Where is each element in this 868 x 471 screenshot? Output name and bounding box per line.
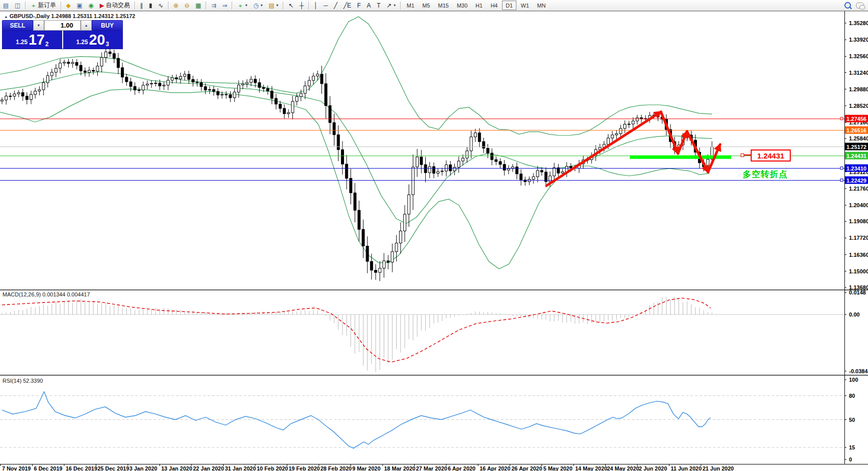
new-chart-icon: ▤ [3, 3, 9, 9]
svg-text:50: 50 [849, 417, 855, 423]
toolbar-separator [25, 2, 26, 10]
auto-scroll-button[interactable]: ⇉ [208, 0, 219, 11]
new-order-button[interactable]: ＋新订单 [28, 0, 59, 11]
candlestick-type-button[interactable]: ▮ [146, 0, 155, 11]
main-toolbar: ▤◫＋新订单◆▣◉▶自动交易∥▮∿⊕⊖▦⇉⇒＋▾◷▾▤▾↖┼│─╱╱EFAT↗▾… [0, 0, 868, 11]
svg-text:100: 100 [849, 377, 858, 383]
label-tool-icon: T [377, 3, 381, 9]
chart-profiles-icon: ◫ [15, 3, 20, 9]
dropdown-arrow-icon[interactable]: ▾ [261, 3, 263, 8]
svg-text:3 Jan 2020: 3 Jan 2020 [129, 465, 157, 471]
svg-text:7 Nov 2019: 7 Nov 2019 [2, 465, 31, 471]
svg-text:19 Feb 2020: 19 Feb 2020 [289, 465, 320, 471]
hline-handle[interactable] [840, 117, 843, 120]
sell-price-pips: 17 [29, 33, 45, 47]
label-tool-button[interactable]: T [374, 0, 384, 11]
vline-tool-button[interactable]: │ [311, 0, 321, 11]
text-tool-icon: A [367, 3, 371, 9]
sell-button[interactable]: SELL [2, 20, 33, 31]
chart-shift-button[interactable]: ⇒ [219, 0, 230, 11]
svg-text:9 Mar 2020: 9 Mar 2020 [353, 465, 381, 471]
crosshair-tool-button[interactable]: ┼ [296, 0, 307, 11]
periods-button[interactable]: ◷▾ [250, 0, 266, 11]
buy-price[interactable]: 1.25 20 3 [63, 31, 123, 49]
tile-windows-button[interactable]: ▦ [193, 0, 204, 11]
metaeditor-icon: ◆ [66, 3, 71, 9]
svg-text:10 Feb 2020: 10 Feb 2020 [257, 465, 288, 471]
svg-text:1.23410: 1.23410 [846, 166, 866, 172]
market-button[interactable]: ◉ [85, 0, 96, 11]
window-collapse-icon[interactable]: ▲ [4, 15, 8, 19]
svg-text:1.24431: 1.24431 [846, 153, 866, 159]
buy-button[interactable]: BUY [92, 20, 123, 31]
dropdown-arrow-icon[interactable]: ▾ [276, 3, 278, 8]
autotrading-button[interactable]: ▶自动交易 [97, 0, 133, 11]
vline-tool-icon: │ [314, 3, 318, 9]
timeframe-d1-button[interactable]: D1 [502, 1, 516, 10]
templates-button[interactable]: ▤▾ [266, 0, 281, 11]
sell-price[interactable]: 1.25 17 2 [3, 31, 62, 49]
svg-text:80: 80 [849, 393, 855, 399]
search-icon[interactable] [844, 2, 851, 9]
rsi-indicator-label: RSI(14) 52.3390 [3, 378, 43, 384]
text-tool-button[interactable]: A [364, 0, 374, 11]
chart-canvas[interactable]: 1.352801.339201.325601.312401.298801.285… [0, 0, 868, 471]
svg-text:26 Apr 2020: 26 Apr 2020 [511, 465, 542, 471]
trendline-tool-button[interactable]: ╱ [331, 0, 340, 11]
svg-text:6 Dec 2019: 6 Dec 2019 [34, 465, 63, 471]
buy-price-base: 1.25 [76, 38, 88, 47]
dropdown-arrow-icon[interactable]: ▾ [245, 3, 247, 8]
candlestick-type-icon: ▮ [149, 3, 152, 9]
timeframe-m30-button[interactable]: M30 [453, 1, 471, 10]
volume-up-stepper[interactable]: ▲ [81, 20, 92, 31]
hline-tool-button[interactable]: ─ [320, 0, 331, 11]
bar-chart-type-button[interactable]: ∥ [137, 0, 146, 11]
svg-text:1.21760: 1.21760 [849, 186, 868, 192]
cursor-tool-button[interactable]: ↖ [285, 0, 296, 11]
bar-chart-type-icon: ∥ [140, 3, 143, 9]
zoom-in-button[interactable]: ⊕ [170, 0, 182, 11]
line-chart-type-button[interactable]: ∿ [155, 0, 166, 11]
volume-input[interactable]: 1.00 [44, 20, 81, 31]
timeframe-m5-button[interactable]: M5 [419, 1, 433, 10]
toolbar-separator [400, 2, 401, 10]
add-indicator-button[interactable]: ＋▾ [234, 0, 250, 11]
zoom-in-icon: ⊕ [173, 3, 179, 9]
terminal-icon: ▣ [77, 3, 82, 9]
templates-icon: ▤ [269, 3, 274, 9]
svg-text:1.20400: 1.20400 [849, 202, 868, 208]
timeframe-mn-button[interactable]: MN [534, 1, 549, 10]
svg-text:27 Mar 2020: 27 Mar 2020 [416, 465, 447, 471]
hline-tool-icon: ─ [323, 3, 328, 9]
timeframe-m1-button[interactable]: M1 [403, 1, 418, 10]
hline-handle[interactable] [840, 167, 843, 170]
community-chat-icon[interactable] [856, 3, 864, 9]
metaeditor-button[interactable]: ◆ [63, 0, 74, 11]
hline-handle[interactable] [840, 179, 843, 182]
timeframe-m15-button[interactable]: M15 [435, 1, 452, 10]
dropdown-arrow-icon[interactable]: ▾ [394, 3, 396, 8]
svg-text:1.25840: 1.25840 [849, 135, 868, 141]
buy-price-pips: 20 [89, 33, 105, 47]
support-price-label[interactable]: 1.24431 [751, 149, 791, 162]
arrows-tool-button[interactable]: ↗▾ [384, 0, 399, 11]
timeframe-w1-button[interactable]: W1 [517, 1, 533, 10]
svg-text:1.15000: 1.15000 [849, 268, 868, 274]
channel-tool-button[interactable]: ╱E [340, 0, 354, 11]
turning-point-annotation[interactable]: 多空转折点 [743, 169, 788, 180]
arrows-tool-icon: ↗ [387, 3, 392, 9]
toolbar-separator [134, 2, 135, 10]
new-chart-button[interactable]: ▤ [0, 0, 12, 11]
fibonacci-tool-button[interactable]: F [354, 0, 364, 11]
svg-text:28 Feb 2020: 28 Feb 2020 [320, 465, 352, 471]
terminal-button[interactable]: ▣ [74, 0, 85, 11]
zoom-out-button[interactable]: ⊖ [182, 0, 193, 11]
timeframe-h4-button[interactable]: H4 [487, 1, 501, 10]
svg-text:1.19080: 1.19080 [849, 218, 868, 224]
timeframe-h1-button[interactable]: H1 [472, 1, 486, 10]
svg-text:18 Mar 2020: 18 Mar 2020 [384, 465, 415, 471]
tile-windows-icon: ▦ [196, 3, 201, 9]
volume-down-stepper[interactable]: ▼ [33, 20, 44, 31]
svg-text:1.33920: 1.33920 [849, 37, 868, 43]
chart-profiles-button[interactable]: ◫ [12, 0, 23, 11]
